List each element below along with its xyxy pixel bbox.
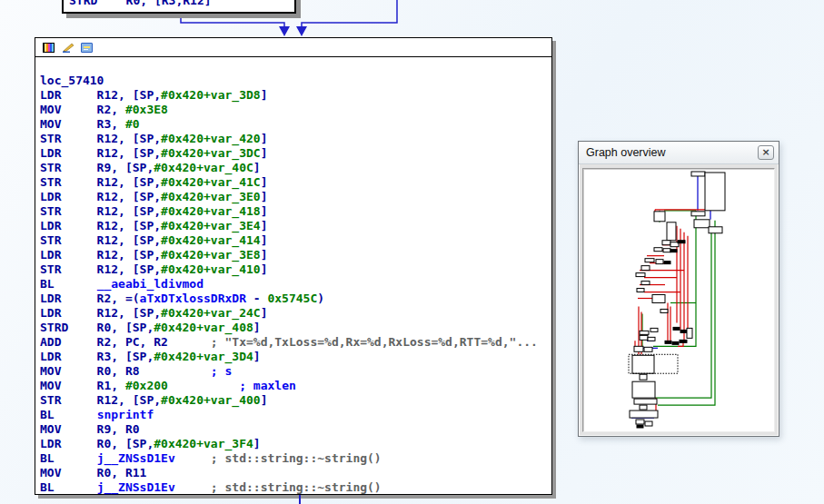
asm-line[interactable]: MOV R0, R11 (40, 466, 551, 480)
basic-block-node-partial[interactable]: STRD R0, [R3,R12] (62, 0, 296, 14)
asm-line[interactable]: MOV R3, #0 (40, 117, 551, 132)
minimap-node (691, 212, 705, 216)
asm-segment: LDR R2, =( (40, 292, 140, 305)
minimap-node (632, 355, 654, 373)
asm-segment: MOV R1, (40, 379, 125, 392)
minimap-node (680, 340, 687, 342)
asm-segment: 0x5745C (267, 292, 317, 305)
asm-line[interactable]: LDR R12, [SP,#0x420+var_3E8] (40, 248, 551, 262)
asm-line[interactable]: STR R12, [SP,#0x420+var_410] (40, 262, 551, 277)
asm-segment: STR R12, [SP, (40, 204, 161, 218)
minimap-node (630, 410, 658, 418)
minimap-node (660, 309, 668, 312)
asm-segment: #0x420+var_3E8 (161, 248, 261, 262)
asm-segment: ] (253, 350, 261, 363)
minimap-node (645, 421, 652, 426)
asm-line[interactable]: loc_57410 (40, 74, 551, 88)
asm-line[interactable]: MOV R1, #0x200 ; maxlen (40, 379, 551, 393)
colors-icon[interactable] (43, 43, 55, 53)
asm-segment: #0x420+var_40C (154, 161, 253, 174)
minimap-node (636, 420, 644, 424)
asm-segment: ; std::string::~string() (211, 480, 382, 494)
minimap-node (641, 266, 650, 271)
asm-line[interactable]: LDR R12, [SP,#0x420+var_3DC] (40, 146, 551, 161)
asm-segment: ] (261, 219, 268, 232)
minimap-node (687, 328, 692, 338)
asm-line[interactable]: STR R9, [SP,#0x420+var_40C] (40, 161, 551, 175)
asm-line[interactable]: STR R12, [SP,#0x420+var_420] (40, 132, 551, 146)
asm-segment: ; maxlen (239, 379, 296, 392)
asm-segment (175, 451, 211, 465)
minimap-node (634, 346, 643, 351)
asm-line[interactable]: STRD R0, [R3,R12] (64, 0, 294, 8)
minimap-node (640, 335, 648, 340)
minimap-node (678, 241, 685, 243)
asm-segment: ] (261, 393, 268, 407)
minimap-node (644, 347, 652, 351)
asm-segment: #0x420+var_418 (161, 204, 261, 218)
asm-line[interactable]: BL j__ZNSsD1Ev ; std::string::~string() (40, 480, 551, 495)
asm-segment: #0x420+var_408 (154, 321, 253, 334)
basic-block-node[interactable]: loc_57410LDR R12, [SP,#0x420+var_3D8]MOV… (35, 37, 552, 495)
asm-segment: #0x420+var_3DC (161, 146, 261, 160)
asm-line[interactable]: STR R12, [SP,#0x420+var_400] (40, 393, 551, 408)
asm-line[interactable]: LDR R3, [SP,#0x420+var_3D4] (40, 350, 551, 364)
asm-segment: ] (261, 306, 268, 320)
asm-line[interactable]: ADD R2, PC, R2 ; "Tx=%d,TxLoss=%d,Rx=%d,… (40, 335, 551, 350)
asm-segment: LDR R12, [SP, (40, 219, 161, 232)
asm-segment: STR R12, [SP, (40, 262, 161, 276)
asm-line[interactable]: LDR R12, [SP,#0x420+var_3E4] (40, 219, 551, 233)
minimap-node (640, 405, 647, 410)
asm-line[interactable]: MOV R9, R0 (40, 422, 551, 437)
asm-line[interactable]: LDR R12, [SP,#0x420+var_3D8] (40, 88, 551, 103)
note-icon[interactable] (81, 43, 93, 53)
asm-line[interactable]: BL __aeabi_ldivmod (40, 277, 551, 292)
graph-edge-out (299, 495, 301, 504)
asm-line[interactable]: BL j__ZNSsD1Ev ; std::string::~string() (40, 451, 551, 466)
graph-overview-minimap[interactable] (582, 168, 775, 432)
minimap-node (634, 399, 657, 404)
asm-segment: loc_57410 (40, 74, 104, 87)
close-button[interactable]: × (758, 145, 774, 160)
graph-overview-titlebar[interactable]: Graph overview × (579, 142, 779, 164)
asm-segment: - (246, 292, 267, 305)
asm-line[interactable]: STR R12, [SP,#0x420+var_41C] (40, 175, 551, 190)
asm-segment: ] (253, 437, 261, 450)
asm-segment: STR R12, [SP, (40, 132, 161, 145)
asm-line[interactable]: MOV R0, R8 ; s (40, 364, 551, 379)
asm-segment: __aeabi_ldivmod (97, 277, 204, 291)
minimap-node (665, 341, 671, 343)
asm-segment: ] (261, 175, 268, 189)
asm-segment: #0x420+var_3E0 (161, 190, 261, 203)
asm-line[interactable]: LDR R2, =(aTxDTxlossDRxDR - 0x5745C) (40, 292, 551, 306)
asm-segment: #0x420+var_420 (161, 132, 261, 145)
asm-segment: #0x420+var_3E4 (161, 219, 261, 232)
asm-segment: STR R12, [SP, (40, 393, 161, 407)
minimap-node (641, 282, 650, 285)
edge-arrow (279, 26, 290, 36)
node-titlebar (35, 38, 551, 57)
asm-line[interactable]: MOV R2, #0x3E8 (40, 103, 551, 117)
asm-segment: ] (261, 233, 268, 247)
minimap-node (672, 341, 679, 344)
asm-line[interactable]: LDR R12, [SP,#0x420+var_24C] (40, 306, 551, 321)
minimap-node (640, 374, 647, 380)
asm-segment: MOV R0, R8 (40, 364, 211, 378)
minimap-node (662, 241, 670, 245)
asm-segment: ) (317, 292, 324, 305)
asm-line[interactable]: BL snprintf (40, 408, 551, 422)
asm-line[interactable]: LDR R12, [SP,#0x420+var_3E0] (40, 190, 551, 204)
asm-segment: ; std::string::~string() (211, 451, 382, 465)
asm-segment: LDR R12, [SP, (40, 88, 161, 102)
asm-segment: j__ZNSsD1Ev (97, 451, 175, 465)
asm-line[interactable]: LDR R0, [SP,#0x420+var_3F4] (40, 437, 551, 451)
minimap-node (640, 331, 649, 334)
asm-segment: ] (261, 190, 268, 203)
asm-segment: #0x3E8 (125, 103, 168, 116)
asm-line[interactable]: STRD R0, [SP,#0x420+var_408] (40, 321, 551, 335)
asm-segment: #0x420+var_24C (161, 306, 261, 320)
asm-line[interactable]: STR R12, [SP,#0x420+var_418] (40, 204, 551, 219)
pencil-icon[interactable] (62, 43, 74, 53)
asm-line[interactable]: STR R12, [SP,#0x420+var_414] (40, 233, 551, 248)
asm-segment: BL (40, 277, 97, 291)
